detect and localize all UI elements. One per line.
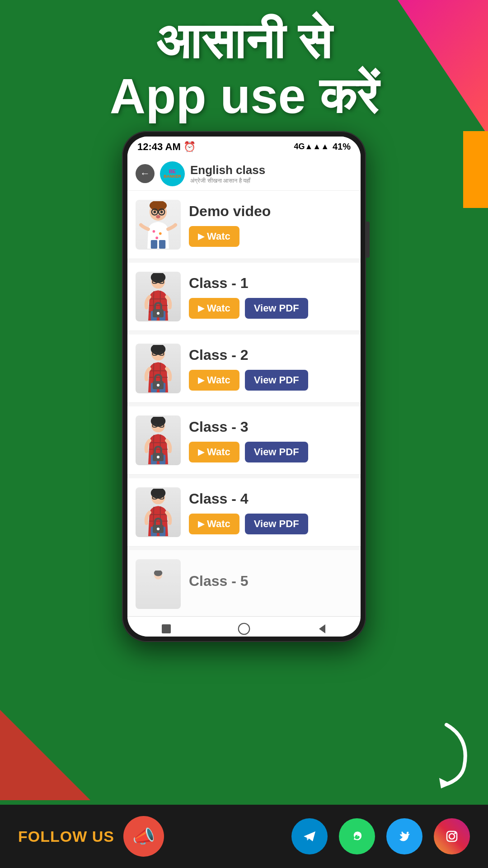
svg-point-7 bbox=[155, 236, 158, 239]
class4-name: Class - 4 bbox=[189, 491, 352, 507]
bg-orange-rectangle bbox=[463, 131, 488, 208]
whatsapp-button[interactable] bbox=[339, 818, 375, 854]
svg-point-9 bbox=[160, 211, 163, 213]
list-item: Class - 4 Watc View PDF bbox=[127, 478, 361, 547]
class1-watch-button[interactable]: Watc bbox=[189, 298, 239, 319]
status-right: 4G▲▲▲ 41% bbox=[294, 142, 351, 152]
list-item: Class - 2 Watc View PDF bbox=[127, 335, 361, 403]
bg-triangle-bottom-left bbox=[0, 710, 90, 800]
status-bar: 12:43 AM ⏰ 4G▲▲▲ 41% bbox=[127, 137, 361, 157]
demo-person-svg bbox=[138, 201, 178, 249]
follow-section: FOLLOW US 📣 bbox=[0, 805, 488, 868]
class3-watch-button[interactable]: Watc bbox=[189, 442, 239, 462]
list-item: Class - 3 Watc View PDF bbox=[127, 406, 361, 475]
svg-point-75 bbox=[454, 832, 456, 834]
class2-thumbnail bbox=[136, 344, 181, 393]
class5-person-svg bbox=[138, 571, 178, 598]
instagram-button[interactable] bbox=[434, 818, 470, 854]
class3-info: Class - 3 Watc View PDF bbox=[189, 419, 352, 462]
app-header: ← BEBANKER English class अंग्रेजी सीखना … bbox=[127, 157, 361, 191]
telegram-icon bbox=[301, 828, 318, 845]
demo-class-info: Demo video Watc bbox=[189, 203, 352, 247]
status-time: 12:43 AM ⏰ bbox=[137, 141, 196, 153]
demo-thumbnail bbox=[136, 200, 181, 250]
svg-point-26 bbox=[157, 312, 160, 315]
nav-home-button[interactable] bbox=[160, 622, 173, 636]
lock-icon bbox=[149, 445, 167, 463]
nav-circle-icon bbox=[237, 622, 251, 636]
header-hindi-line1: आसानी से bbox=[45, 14, 443, 68]
class2-pdf-button[interactable]: View PDF bbox=[245, 370, 308, 391]
megaphone-icon: 📣 bbox=[132, 826, 155, 847]
svg-point-69 bbox=[239, 623, 249, 634]
svg-point-52 bbox=[157, 456, 160, 458]
twitter-icon bbox=[396, 828, 413, 845]
telegram-button[interactable] bbox=[291, 818, 328, 854]
class4-thumbnail bbox=[136, 487, 181, 537]
svg-marker-70 bbox=[319, 624, 325, 633]
class1-info: Class - 1 Watc View PDF bbox=[189, 275, 352, 319]
list-item: Class - 5 bbox=[127, 550, 361, 616]
bottom-navigation bbox=[127, 616, 361, 637]
arrow-indicator bbox=[405, 712, 488, 807]
app-subtitle: अंग्रेजी सीखना आसान है यहाँ bbox=[190, 177, 265, 184]
nav-back-icon bbox=[315, 623, 328, 635]
phone-mockup: 12:43 AM ⏰ 4G▲▲▲ 41% ← BEBANKER English … bbox=[122, 131, 366, 642]
header-section: आसानी से App use करें bbox=[0, 14, 488, 123]
svg-rect-12 bbox=[159, 240, 165, 248]
lock-icon bbox=[149, 301, 167, 319]
class2-info: Class - 2 Watc View PDF bbox=[189, 347, 352, 391]
list-item: Demo video Watc bbox=[127, 191, 361, 259]
class4-buttons: Watc View PDF bbox=[189, 514, 352, 534]
megaphone-button[interactable]: 📣 bbox=[123, 816, 164, 857]
twitter-button[interactable] bbox=[386, 818, 422, 854]
demo-buttons: Watc bbox=[189, 226, 352, 247]
class1-buttons: Watc View PDF bbox=[189, 298, 352, 319]
back-button[interactable]: ← bbox=[136, 164, 155, 183]
whatsapp-icon bbox=[348, 828, 366, 845]
follow-left: FOLLOW US 📣 bbox=[18, 816, 164, 857]
class1-pdf-button[interactable]: View PDF bbox=[245, 298, 308, 319]
svg-point-6 bbox=[159, 232, 162, 235]
class5-thumbnail bbox=[136, 559, 181, 609]
svg-rect-11 bbox=[151, 240, 157, 248]
lock-icon bbox=[149, 373, 167, 391]
class3-name: Class - 3 bbox=[189, 419, 352, 435]
svg-marker-71 bbox=[435, 777, 451, 792]
phone-side-button bbox=[366, 222, 370, 258]
class3-buttons: Watc View PDF bbox=[189, 442, 352, 462]
follow-us-label: FOLLOW US bbox=[18, 828, 114, 845]
lock-icon bbox=[149, 517, 167, 535]
demo-watch-button[interactable]: Watc bbox=[189, 226, 239, 247]
nav-back-button[interactable] bbox=[315, 622, 328, 636]
class2-buttons: Watc View PDF bbox=[189, 370, 352, 391]
svg-point-65 bbox=[157, 528, 160, 530]
instagram-icon bbox=[443, 828, 460, 845]
content-area[interactable]: Demo video Watc bbox=[127, 191, 361, 616]
class2-watch-button[interactable]: Watc bbox=[189, 370, 239, 391]
svg-point-39 bbox=[157, 384, 160, 387]
class2-name: Class - 2 bbox=[189, 347, 352, 363]
svg-point-8 bbox=[154, 211, 156, 213]
svg-rect-68 bbox=[162, 624, 171, 633]
app-logo: BEBANKER bbox=[160, 161, 185, 186]
phone-outer-shell: 12:43 AM ⏰ 4G▲▲▲ 41% ← BEBANKER English … bbox=[122, 131, 366, 642]
nav-square-icon bbox=[160, 623, 173, 635]
app-title-area: English class अंग्रेजी सीखना आसान है यहा… bbox=[190, 163, 265, 184]
class5-name: Class - 5 bbox=[189, 573, 352, 590]
class4-watch-button[interactable]: Watc bbox=[189, 514, 239, 534]
class4-info: Class - 4 Watc View PDF bbox=[189, 491, 352, 534]
class1-thumbnail bbox=[136, 272, 181, 321]
class4-pdf-button[interactable]: View PDF bbox=[245, 514, 308, 534]
phone-screen: 12:43 AM ⏰ 4G▲▲▲ 41% ← BEBANKER English … bbox=[127, 137, 361, 637]
curved-arrow-svg bbox=[409, 712, 488, 801]
class1-name: Class - 1 bbox=[189, 275, 352, 292]
svg-point-5 bbox=[153, 230, 155, 232]
nav-circle-button[interactable] bbox=[237, 622, 251, 636]
demo-class-name: Demo video bbox=[189, 203, 352, 220]
class3-pdf-button[interactable]: View PDF bbox=[245, 442, 308, 462]
list-item: Class - 1 Watc View PDF bbox=[127, 263, 361, 331]
app-title: English class bbox=[190, 163, 265, 177]
header-hindi-line2: App use करें bbox=[45, 68, 443, 123]
svg-point-74 bbox=[449, 834, 455, 839]
